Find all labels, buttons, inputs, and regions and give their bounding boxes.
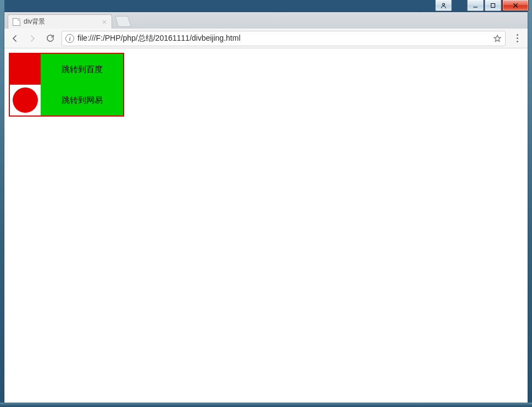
- new-tab-button[interactable]: [115, 16, 131, 27]
- bookmark-star-icon[interactable]: [493, 34, 502, 43]
- page-body: 跳转到百度 跳转到网易: [4, 48, 528, 121]
- window-border-right: [528, 0, 532, 407]
- window-maximize-button[interactable]: [485, 0, 501, 11]
- circle-cell: [10, 85, 41, 116]
- window-border-left: [0, 0, 4, 407]
- tab-close-icon[interactable]: [102, 19, 107, 25]
- browser-menu-button[interactable]: [511, 32, 523, 45]
- left-column: [10, 54, 41, 116]
- demo-container: 跳转到百度 跳转到网易: [9, 53, 124, 117]
- back-button[interactable]: [9, 32, 21, 45]
- browser-tab[interactable]: div背景: [8, 14, 112, 29]
- menu-dot: [517, 34, 518, 36]
- svg-marker-7: [494, 35, 501, 41]
- window-user-button[interactable]: [435, 0, 452, 11]
- menu-dot: [517, 41, 518, 42]
- address-bar[interactable]: i file:///F:/PHP/php/总结/20161111/divbeij…: [62, 31, 506, 46]
- menu-dot: [517, 37, 518, 39]
- window-minimize-button[interactable]: [467, 0, 484, 11]
- close-icon: [512, 2, 519, 9]
- link-netease[interactable]: 跳转到网易: [62, 95, 103, 106]
- window-border-bottom: [0, 403, 532, 407]
- back-icon: [10, 34, 20, 43]
- forward-button[interactable]: [26, 32, 38, 45]
- user-icon: [440, 2, 447, 9]
- browser-window: div背景 i file:///F:/PHP/php/总结/20161111/d…: [4, 12, 528, 403]
- reload-icon: [46, 34, 55, 43]
- window-titlebar: [0, 0, 532, 12]
- red-circle: [13, 87, 38, 113]
- maximize-icon: [490, 2, 496, 9]
- green-panel: 跳转到百度 跳转到网易: [41, 54, 123, 116]
- minimize-icon: [472, 2, 479, 9]
- svg-point-0: [442, 3, 445, 6]
- browser-toolbar: i file:///F:/PHP/php/总结/20161111/divbeij…: [4, 29, 528, 48]
- svg-rect-2: [491, 3, 495, 7]
- tab-strip: div背景: [4, 12, 528, 29]
- page-viewport[interactable]: 跳转到百度 跳转到网易: [4, 48, 528, 403]
- reload-button[interactable]: [44, 32, 56, 45]
- forward-icon: [27, 34, 37, 43]
- tab-title: div背景: [24, 17, 45, 26]
- url-text: file:///F:/PHP/php/总结/20161111/divbeijin…: [77, 34, 241, 43]
- link-baidu[interactable]: 跳转到百度: [62, 64, 103, 75]
- window-close-button[interactable]: [502, 0, 529, 11]
- red-square: [10, 54, 41, 85]
- site-info-icon[interactable]: i: [65, 34, 74, 43]
- page-icon: [13, 18, 20, 26]
